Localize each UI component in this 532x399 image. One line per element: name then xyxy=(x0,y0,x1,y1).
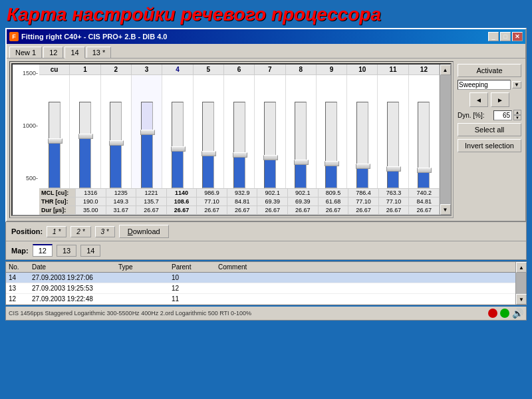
ch-header-7: 7 xyxy=(255,65,285,74)
table-row[interactable]: 14 27.09.2003 19:27:06 10 xyxy=(6,273,515,283)
next-button[interactable]: ► xyxy=(491,92,509,107)
y-label-500: 500- xyxy=(14,175,38,182)
table-row[interactable]: 13 27.09.2003 19:25:53 12 xyxy=(6,283,515,294)
tab-new1[interactable]: New 1 xyxy=(9,47,42,58)
scroll-track xyxy=(440,75,451,204)
table-row[interactable]: 12 27.09.2003 19:22:48 11 xyxy=(6,294,515,305)
dur-5: 26.67 xyxy=(197,206,227,214)
dur-6: 26.67 xyxy=(227,206,258,214)
tab-12[interactable]: 12 xyxy=(43,47,63,58)
td-type-12 xyxy=(116,295,169,303)
mcl-4: 1140 xyxy=(167,189,198,197)
thr-5: 77.10 xyxy=(197,198,227,205)
slider-11[interactable] xyxy=(378,75,408,188)
mcl-7: 902.1 xyxy=(257,189,288,197)
slider-2[interactable] xyxy=(101,75,132,188)
slider-1[interactable] xyxy=(70,75,100,188)
map-tab-14[interactable]: 14 xyxy=(80,245,100,257)
dur-11: 26.67 xyxy=(379,206,410,214)
td-parent-13: 12 xyxy=(169,284,215,293)
status-circle-green xyxy=(500,309,509,318)
table-scroll-down[interactable]: ▼ xyxy=(516,294,527,305)
dur-1: 35.00 xyxy=(76,206,106,214)
th-date: Date xyxy=(29,263,116,271)
scroll-down-button[interactable]: ▼ xyxy=(440,204,451,215)
graph-scrollbar[interactable]: ▲ ▼ xyxy=(440,65,450,215)
window-title: Fitting right C40+ - CIS PRO+ 2.B - DIB … xyxy=(21,33,167,41)
position-tab-1[interactable]: 1 * xyxy=(47,226,66,237)
td-date-12: 27.09.2003 19:22:48 xyxy=(29,295,116,303)
y-axis: 1500- 1000- 500- xyxy=(13,65,39,215)
dur-4: 26.67 xyxy=(167,206,198,214)
sweeping-dropdown[interactable]: ▼ xyxy=(512,81,521,88)
thr-11: 77.10 xyxy=(379,198,410,205)
map-tab-13[interactable]: 13 xyxy=(57,245,76,257)
maximize-button[interactable]: □ xyxy=(500,32,511,41)
table-header: No. Date Type Parent Comment xyxy=(6,262,515,273)
close-button[interactable]: ✕ xyxy=(512,32,523,41)
dyn-value-input[interactable] xyxy=(493,110,512,120)
td-date-13: 27.09.2003 19:25:53 xyxy=(29,284,116,293)
content-area: 1500- 1000- 500- cu 1 2 3 4 5 6 7 xyxy=(7,59,525,221)
dur-8: 26.67 xyxy=(288,206,319,214)
thr-10: 77.10 xyxy=(348,198,379,205)
mcl-11: 763.3 xyxy=(379,189,410,197)
slider-4[interactable] xyxy=(162,75,193,188)
ch-header-1: 1 xyxy=(70,65,100,74)
tabs-bar: New 1 12 14 13 * xyxy=(7,44,525,59)
select-all-button[interactable]: Select all xyxy=(458,123,521,136)
sweeping-select[interactable]: Sweeping xyxy=(458,80,511,90)
thr-6: 84.81 xyxy=(227,198,258,205)
title-bar: F Fitting right C40+ - CIS PRO+ 2.B - DI… xyxy=(7,29,525,44)
ch-header-cu: cu xyxy=(39,65,70,74)
ch-header-10: 10 xyxy=(347,65,378,74)
activate-button[interactable]: Activate xyxy=(458,64,521,77)
main-window: F Fitting right C40+ - CIS PRO+ 2.B - DI… xyxy=(5,28,527,222)
download-button[interactable]: Download xyxy=(119,225,169,238)
sweeping-row: Sweeping ▼ xyxy=(458,80,521,90)
position-label: Position: xyxy=(11,227,43,235)
td-date-14: 27.09.2003 19:27:06 xyxy=(29,273,116,282)
td-parent-14: 10 xyxy=(169,273,215,282)
invert-selection-button[interactable]: Invert selection xyxy=(458,139,521,152)
position-tab-3[interactable]: 3 * xyxy=(95,226,115,237)
slider-5[interactable] xyxy=(194,75,224,188)
arrow-buttons: ◄ ► xyxy=(458,92,521,107)
td-type-14 xyxy=(116,273,169,282)
thr-12: 84.81 xyxy=(409,198,440,205)
mcl-6: 932.9 xyxy=(227,189,258,197)
thr-1: 190.0 xyxy=(76,198,106,205)
slider-9[interactable] xyxy=(317,75,347,188)
map-label: Map: xyxy=(11,247,29,255)
ch-header-12: 12 xyxy=(409,65,440,74)
slider-6[interactable] xyxy=(224,75,255,188)
table-scrollbar[interactable]: ▲ ▼ xyxy=(515,262,526,305)
slider-8[interactable] xyxy=(286,75,317,188)
td-comment-12 xyxy=(215,295,515,303)
slider-10[interactable] xyxy=(347,75,378,188)
ch-header-3: 3 xyxy=(132,65,162,74)
td-parent-12: 11 xyxy=(169,295,215,303)
y-label-1000: 1000- xyxy=(14,122,38,129)
scroll-up-button[interactable]: ▲ xyxy=(440,65,451,75)
position-tab-2[interactable]: 2 * xyxy=(70,226,90,237)
th-no: No. xyxy=(6,263,29,271)
ch-header-2: 2 xyxy=(101,65,132,74)
map-tab-12[interactable]: 12 xyxy=(33,244,53,257)
slider-7[interactable] xyxy=(255,75,285,188)
prev-button[interactable]: ◄ xyxy=(469,92,488,107)
table-scroll-up[interactable]: ▲ xyxy=(516,262,527,273)
slider-cu[interactable] xyxy=(39,75,70,188)
dur-12: 26.67 xyxy=(409,206,440,214)
thr-8: 69.39 xyxy=(288,198,319,205)
slider-3[interactable] xyxy=(132,75,162,188)
tab-14[interactable]: 14 xyxy=(65,47,84,59)
status-icons: 🔊 xyxy=(488,308,523,319)
tab-13[interactable]: 13 * xyxy=(86,47,112,58)
dyn-increment-button[interactable]: ▲ xyxy=(513,110,521,115)
dyn-spinner: ▲ ▼ xyxy=(513,110,521,120)
dur-row: Dur [µs]: 35.00 31.67 26.67 26.67 26.67 … xyxy=(39,206,440,215)
minimize-button[interactable]: _ xyxy=(488,32,499,41)
dyn-decrement-button[interactable]: ▼ xyxy=(513,115,521,120)
slider-12[interactable] xyxy=(409,75,440,188)
